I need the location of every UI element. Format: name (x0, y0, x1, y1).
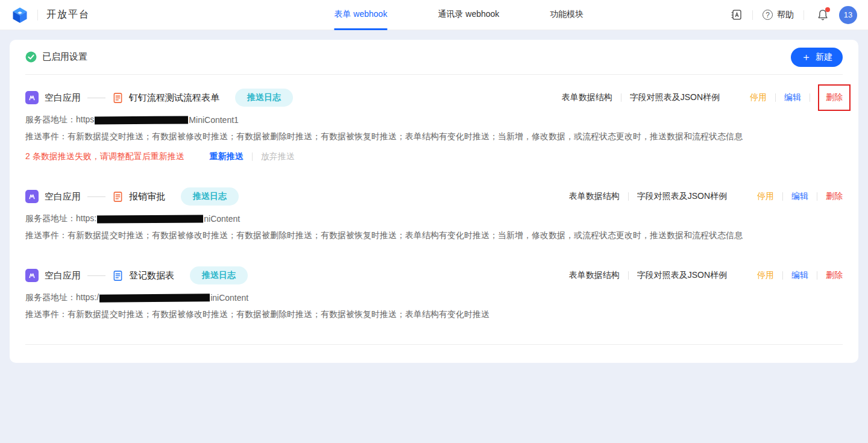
webhook-item: 空白应用 报销审批 推送日志 表单数据结构 字段对照表及JSON样例 停用 编辑… (25, 174, 843, 253)
redaction-bar (99, 294, 210, 302)
field-mapping-json-link[interactable]: 字段对照表及JSON样例 (637, 270, 727, 281)
edit-link[interactable]: 编辑 (791, 191, 808, 202)
action-separator (810, 93, 810, 102)
item-header-row: 空白应用 登记数据表 推送日志 表单数据结构 字段对照表及JSON样例 停用 编… (25, 266, 843, 284)
disable-link[interactable]: 停用 (750, 92, 767, 103)
page-title: 开放平台 (46, 8, 90, 21)
form-data-structure-link[interactable]: 表单数据结构 (569, 191, 620, 202)
disable-link[interactable]: 停用 (757, 191, 774, 202)
action-gap (747, 271, 748, 280)
brand: 开放平台 (11, 6, 90, 24)
form-doc-icon (112, 270, 124, 281)
action-separator (775, 93, 776, 102)
webhook-item: 空白应用 登记数据表 推送日志 表单数据结构 字段对照表及JSON样例 停用 编… (25, 253, 843, 331)
form-doc-icon (112, 191, 124, 203)
app-icon (25, 190, 39, 203)
tab-form-webhook[interactable]: 表单 webhook (334, 0, 387, 30)
app-name: 空白应用 (45, 92, 81, 104)
push-events-row: 推送事件：有新数据提交时推送；有数据被修改时推送；有数据被删除时推送；有数据被恢… (25, 131, 843, 142)
push-events-row: 推送事件：有新数据提交时推送；有数据被修改时推送；有数据被删除时推送；有数据被恢… (25, 309, 843, 320)
action-separator (252, 152, 253, 161)
item-header-row: 空白应用 报销审批 推送日志 表单数据结构 字段对照表及JSON样例 停用 编辑… (25, 187, 843, 206)
failure-row: 2 条数据推送失败，请调整配置后重新推送 重新推送 放弃推送 (25, 151, 843, 162)
field-mapping-json-link[interactable]: 字段对照表及JSON样例 (630, 92, 720, 103)
redaction-bar (95, 116, 188, 124)
navbar-right: ? 帮助 13 (730, 6, 857, 24)
question-icon: ? (763, 10, 773, 20)
action-separator (782, 192, 783, 201)
action-separator (621, 93, 621, 102)
server-address-row: 服务器地址：https:niContent (25, 213, 843, 224)
check-circle-icon (25, 51, 37, 63)
plus-icon: ＋ (801, 52, 811, 62)
server-address-label: 服务器地址：https:/ (25, 292, 99, 303)
tab-function-modules[interactable]: 功能模块 (550, 0, 583, 30)
app-name: 空白应用 (45, 191, 81, 203)
nav-divider (804, 10, 804, 20)
notification-dot (825, 7, 830, 12)
action-separator (782, 271, 783, 280)
action-separator (628, 271, 629, 280)
app-icon (25, 91, 39, 104)
card-bottom-divider (25, 344, 843, 345)
nav-tabs: 表单 webhook 通讯录 webhook 功能模块 (334, 0, 583, 30)
failure-message: 2 条数据推送失败，请调整配置后重新推送 (25, 151, 184, 162)
item-actions: 表单数据结构 字段对照表及JSON样例 停用 编辑 删除 (569, 270, 843, 281)
webhook-list: 空白应用 钉钉流程测试流程表单 推送日志 表单数据结构 字段对照表及JSON样例… (25, 75, 843, 331)
connector-line (87, 196, 105, 197)
delete-link[interactable]: 删除 (826, 270, 843, 281)
field-mapping-json-link[interactable]: 字段对照表及JSON样例 (637, 191, 727, 202)
enabled-status: 已启用设置 (25, 51, 87, 63)
app-name: 空白应用 (45, 270, 81, 281)
form-doc-icon (112, 92, 124, 104)
notification-bell-icon[interactable] (816, 8, 829, 22)
help-button[interactable]: ? 帮助 (763, 10, 794, 20)
disable-link[interactable]: 停用 (757, 270, 774, 281)
tab-contacts-webhook[interactable]: 通讯录 webhook (438, 0, 499, 30)
action-separator (628, 192, 629, 201)
form-data-structure-link[interactable]: 表单数据结构 (569, 270, 620, 281)
push-log-button[interactable]: 推送日志 (181, 187, 239, 206)
delete-link[interactable]: 删除 (826, 191, 843, 202)
edit-link[interactable]: 编辑 (791, 270, 808, 281)
connector-line (87, 275, 105, 276)
help-label: 帮助 (777, 10, 794, 20)
app-icon (25, 269, 39, 282)
create-new-label: 新建 (816, 52, 832, 63)
cube-logo-icon (11, 6, 29, 24)
form-name: 报销审批 (129, 191, 165, 203)
server-address-label: 服务器地址：https: (25, 213, 96, 224)
item-actions: 表单数据结构 字段对照表及JSON样例 停用 编辑 删除 (562, 91, 843, 104)
item-actions: 表单数据结构 字段对照表及JSON样例 停用 编辑 删除 (569, 191, 843, 202)
delete-link[interactable]: 删除 (818, 84, 851, 111)
create-new-button[interactable]: ＋ 新建 (791, 48, 843, 67)
server-address-suffix: iniContent (210, 293, 248, 303)
webhook-item: 空白应用 钉钉流程测试流程表单 推送日志 表单数据结构 字段对照表及JSON样例… (25, 75, 843, 174)
nav-divider (752, 10, 753, 20)
action-separator (817, 271, 817, 280)
top-navbar: 开放平台 表单 webhook 通讯录 webhook 功能模块 ? 帮助 (0, 0, 868, 30)
edit-link[interactable]: 编辑 (784, 92, 801, 103)
form-name: 登记数据表 (129, 270, 174, 281)
action-separator (817, 192, 817, 201)
webhook-settings-card: 已启用设置 ＋ 新建 空白应用 钉钉流程测试流程表单 推送日志 (10, 40, 858, 363)
form-name: 钉钉流程测试流程表单 (129, 92, 219, 104)
server-address-suffix: niContent (204, 214, 240, 224)
redaction-bar (97, 215, 203, 223)
retry-push-link[interactable]: 重新推送 (210, 151, 244, 162)
action-gap (740, 93, 741, 102)
push-log-button[interactable]: 推送日志 (190, 266, 248, 284)
language-icon[interactable] (730, 8, 743, 21)
abandon-push-link[interactable]: 放弃推送 (261, 151, 295, 162)
server-address-label: 服务器地址：https (25, 115, 94, 125)
push-events-row: 推送事件：有新数据提交时推送；有数据被修改时推送；有数据被删除时推送；有数据被恢… (25, 230, 843, 241)
server-address-suffix: MiniContent1 (189, 115, 239, 125)
brand-divider (37, 10, 38, 20)
action-gap (747, 192, 748, 201)
push-log-button[interactable]: 推送日志 (235, 89, 293, 107)
item-header-row: 空白应用 钉钉流程测试流程表单 推送日志 表单数据结构 字段对照表及JSON样例… (25, 89, 843, 107)
avatar[interactable]: 13 (839, 6, 857, 24)
form-data-structure-link[interactable]: 表单数据结构 (562, 92, 612, 103)
connector-line (87, 98, 105, 98)
server-address-row: 服务器地址：https:/iniContent (25, 292, 843, 303)
